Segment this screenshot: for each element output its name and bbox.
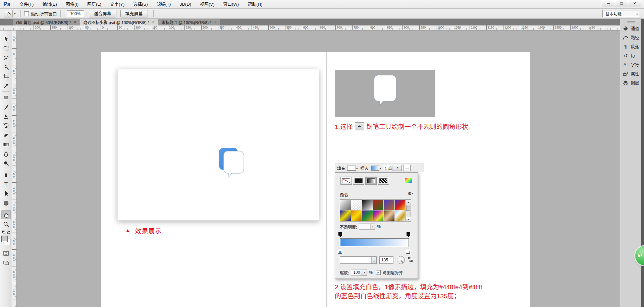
canvas-area[interactable]: ▲ 效果展示 1.选择 ✒ 钢笔工具绘制一个不规则的圆角形状; 填充: ▾ 描边 xyxy=(17,30,620,307)
gradient-tool[interactable] xyxy=(1,140,11,149)
gradient-preset-swatch[interactable] xyxy=(340,200,351,210)
gradient-preset-swatch[interactable] xyxy=(351,200,362,210)
close-button[interactable]: ✕ xyxy=(628,0,641,7)
swap-colors-icon[interactable] xyxy=(7,231,9,234)
gradient-preset-swatch[interactable] xyxy=(384,200,395,210)
dock-item-layers[interactable]: 图层 xyxy=(620,78,641,87)
stroke-width-combo[interactable]: 1 点 ▾ xyxy=(383,165,402,171)
menu-filter[interactable]: 滤镜(T) xyxy=(152,0,175,9)
gradient-preset-swatch[interactable] xyxy=(362,200,373,210)
gradient-preset-swatch[interactable] xyxy=(384,210,395,221)
tab-untitled-1[interactable]: 未标题-1 @ 100%(RGB/8) * × xyxy=(158,19,220,25)
dock-item-properties[interactable]: 属性 xyxy=(620,69,641,78)
menu-select[interactable]: 选择(S) xyxy=(129,0,152,9)
path-selection-tool[interactable] xyxy=(1,189,11,198)
hand-tool[interactable] xyxy=(1,210,11,219)
clone-stamp-tool[interactable] xyxy=(1,112,11,121)
align-with-layer-checkbox[interactable]: ✓ xyxy=(376,270,381,275)
type-tool[interactable]: T xyxy=(1,180,11,189)
menu-edit[interactable]: 编辑(E) xyxy=(38,0,61,9)
brush-tool[interactable] xyxy=(1,103,11,111)
menu-3d[interactable]: 3D(D) xyxy=(175,0,196,9)
gradient-preview-bar[interactable] xyxy=(340,238,409,247)
minimize-button[interactable]: ─ xyxy=(602,0,615,7)
menu-type[interactable]: 文字(Y) xyxy=(106,0,129,9)
blur-tool[interactable] xyxy=(1,149,11,158)
gradient-type-combo[interactable]: ▴▾ xyxy=(340,256,377,264)
color-picker-button[interactable] xyxy=(405,178,412,183)
gradient-preset-swatch[interactable] xyxy=(395,210,406,221)
marquee-tool[interactable] xyxy=(1,44,11,53)
tab-close-icon[interactable]: × xyxy=(74,20,76,24)
gradient-fill-button[interactable] xyxy=(365,177,377,185)
workspace-selector[interactable]: 基本功能 ▴▾ xyxy=(602,10,639,17)
opacity-stop-right[interactable] xyxy=(407,232,410,237)
dodge-tool[interactable] xyxy=(1,159,11,168)
tab-frosted-icon-steps-psd[interactable]: 磨砂图标步骤.psd @ 100%(RGB/8) * × xyxy=(80,19,158,25)
crop-tool[interactable] xyxy=(1,72,11,81)
gradient-preset-swatch[interactable] xyxy=(373,200,384,210)
screen-mode-button[interactable] xyxy=(1,258,11,267)
opacity-combo[interactable]: ▾ xyxy=(359,224,375,230)
tool-preview-caret-icon[interactable]: ▾ xyxy=(14,12,16,15)
default-colors-icon[interactable] xyxy=(2,231,5,234)
gear-menu-button[interactable]: ⚙▾ xyxy=(408,191,413,196)
menu-window[interactable]: 窗口(W) xyxy=(219,0,243,9)
color-stop-right[interactable] xyxy=(406,248,410,254)
stroke-swatch[interactable] xyxy=(371,166,379,171)
tab-gift-psd[interactable]: Gift 臂包.psd @ 50%(RGB/8) * × xyxy=(13,19,80,25)
quick-selection-tool[interactable] xyxy=(1,63,11,71)
fit-screen-button[interactable]: 适合屏幕 xyxy=(89,10,116,17)
zoom-percent-input[interactable]: 100% xyxy=(67,10,84,17)
menu-layer[interactable]: 图层(L) xyxy=(83,0,106,9)
scroll-all-windows-checkbox[interactable] xyxy=(24,11,29,16)
angle-dial[interactable] xyxy=(397,256,405,264)
scroll-up-icon[interactable]: ▴ xyxy=(406,200,411,204)
dock-item-history[interactable]: ↺ 历.. xyxy=(620,51,641,60)
scroll-down-icon[interactable]: ▾ xyxy=(406,217,411,221)
tab-close-icon[interactable]: × xyxy=(214,20,217,24)
gradient-preset-swatch[interactable] xyxy=(351,210,362,221)
reverse-gradient-icon[interactable] xyxy=(408,257,414,262)
menu-image[interactable]: 图像(I) xyxy=(61,0,83,9)
dock-item-channels[interactable]: 通道 xyxy=(620,24,641,33)
healing-patch-tool[interactable] xyxy=(1,93,11,102)
solid-color-button[interactable] xyxy=(353,177,364,185)
zoom-tool[interactable] xyxy=(1,220,11,229)
dock-item-character[interactable]: A 字符 xyxy=(620,60,641,69)
lasso-tool[interactable] xyxy=(1,53,11,62)
menu-help[interactable]: 帮助(H) xyxy=(243,0,267,9)
gradient-preset-swatch[interactable] xyxy=(362,210,373,221)
pen-tool[interactable] xyxy=(1,171,11,179)
history-brush-tool[interactable] xyxy=(1,121,11,130)
fill-screen-button[interactable]: 填充屏幕 xyxy=(120,10,148,17)
gradient-preset-swatch[interactable] xyxy=(340,210,351,221)
fill-swatch[interactable] xyxy=(347,166,356,171)
stroke-type-line-icon[interactable]: — xyxy=(403,165,411,171)
tools-panel-grip[interactable] xyxy=(3,32,9,34)
color-stop-left[interactable] xyxy=(338,248,342,254)
gradient-preset-swatch[interactable] xyxy=(373,210,384,221)
menu-file[interactable]: 文件(F) xyxy=(15,0,38,9)
no-color-button[interactable] xyxy=(340,177,352,185)
foreground-color-swatch[interactable] xyxy=(1,236,8,242)
eyedropper-tool[interactable] xyxy=(1,81,11,90)
opacity-stop-left[interactable] xyxy=(338,232,342,237)
scale-combo[interactable]: 100 ▾ xyxy=(351,269,367,276)
angle-input[interactable]: 135 xyxy=(379,256,393,264)
gradient-preset-swatch[interactable] xyxy=(395,200,406,210)
maximize-button[interactable]: □ xyxy=(615,0,628,7)
move-tool[interactable] xyxy=(1,35,11,43)
eraser-tool[interactable] xyxy=(1,131,11,139)
dock-grip[interactable] xyxy=(627,21,635,22)
hand-tool-preview[interactable] xyxy=(4,10,13,17)
presets-scrollbar[interactable]: ▴ ▾ xyxy=(406,200,411,221)
quick-mask-button[interactable] xyxy=(1,249,11,258)
pattern-fill-button[interactable] xyxy=(378,177,389,185)
scrollbar-thumb[interactable] xyxy=(406,205,410,211)
shape-tool[interactable] xyxy=(1,199,11,207)
dock-item-paragraph[interactable]: ¶ 段落 xyxy=(620,42,641,51)
menu-view[interactable]: 视图(V) xyxy=(196,0,219,9)
dock-item-paths[interactable]: 路径 xyxy=(620,33,641,42)
tab-close-icon[interactable]: × xyxy=(152,20,155,24)
